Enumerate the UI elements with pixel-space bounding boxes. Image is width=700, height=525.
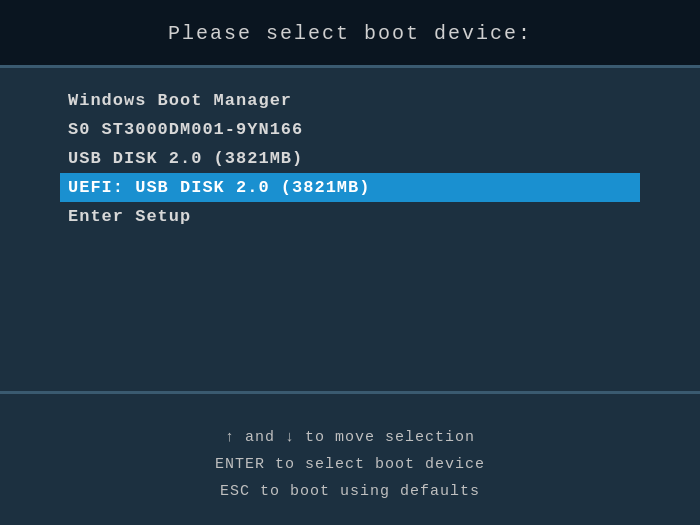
menu-item-enter-setup[interactable]: Enter Setup: [60, 202, 640, 231]
instruction-move: ↑ and ↓ to move selection: [60, 424, 640, 451]
header-area: Please select boot device:: [0, 0, 700, 65]
menu-item-usb-disk[interactable]: USB DISK 2.0 (3821MB): [60, 144, 640, 173]
instruction-esc: ESC to boot using defaults: [60, 478, 640, 505]
bios-screen: Please select boot device: Windows Boot …: [0, 0, 700, 525]
header-title: Please select boot device:: [168, 22, 532, 45]
instructions-area: ↑ and ↓ to move selection ENTER to selec…: [0, 394, 700, 525]
menu-area: Windows Boot Manager S0 ST3000DM001-9YN1…: [0, 68, 700, 391]
instruction-enter: ENTER to select boot device: [60, 451, 640, 478]
menu-item-s0-st3000[interactable]: S0 ST3000DM001-9YN166: [60, 115, 640, 144]
menu-item-uefi-usb-disk[interactable]: UEFI: USB DISK 2.0 (3821MB): [60, 173, 640, 202]
menu-item-windows-boot-manager[interactable]: Windows Boot Manager: [60, 86, 640, 115]
